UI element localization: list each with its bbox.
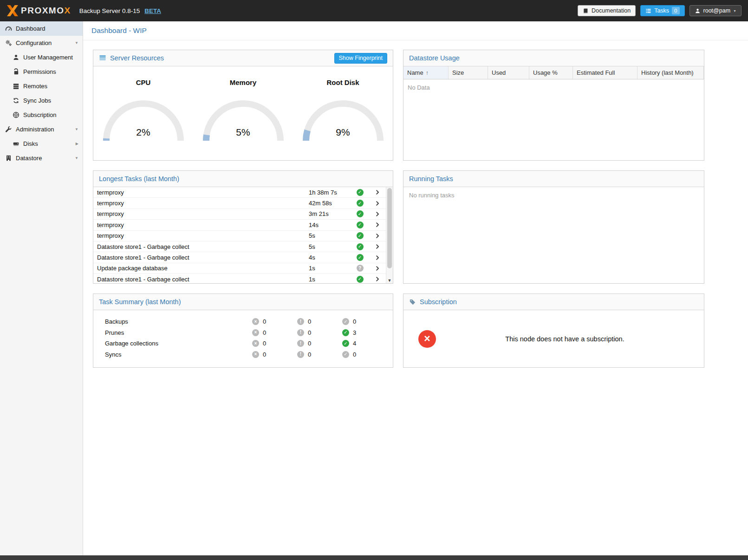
tasks-button[interactable]: Tasks 0 [640,5,684,16]
sidebar-item-subscription[interactable]: Subscription [0,108,83,122]
task-row[interactable]: termproxy14s✓ [93,220,386,230]
column-label: Size [452,69,464,76]
summary-error-cell[interactable]: ×0 [252,351,297,358]
summary-warning-cell[interactable]: !0 [297,318,342,325]
error-count: 0 [263,340,266,347]
ok-circle-icon: ✓ [342,329,349,336]
chevron-right-icon[interactable] [369,211,386,217]
chevron-right-icon[interactable] [369,276,386,282]
chevron-right-icon[interactable] [369,201,386,206]
scrollbar-thumb[interactable] [387,188,392,268]
task-row[interactable]: termproxy42m 58s✓ [93,198,386,208]
summary-warning-cell[interactable]: !0 [297,340,342,347]
documentation-button[interactable]: Documentation [578,5,636,16]
warning-count: 0 [308,351,311,358]
panel-title: Longest Tasks (last Month) [99,175,179,182]
summary-error-cell[interactable]: ×0 [252,318,297,325]
warning-count: 0 [308,340,311,347]
sidebar-item-remotes[interactable]: Remotes [0,79,83,93]
app-body: DashboardConfiguration▼User ManagementPe… [0,21,748,555]
task-row[interactable]: termproxy5s✓ [93,231,386,241]
chevron-right-icon[interactable] [369,222,386,228]
resource-gauges: CPU2%Memory5%Root Disk9% [93,66,393,160]
longest-tasks-list: termproxy1h 38m 7s✓termproxy42m 58s✓term… [93,187,393,283]
version-text: Backup Server 0.8-15 [79,7,140,14]
task-row[interactable]: Update package database1s? [93,263,386,274]
scrollbar[interactable]: ▼ [386,187,393,283]
disk-icon [13,140,20,147]
summary-ok-cell[interactable]: ✓3 [342,329,387,336]
sort-ascending-icon: ↑ [426,70,429,76]
user-menu-button[interactable]: root@pam ▼ [689,5,741,16]
longest-tasks-header: Longest Tasks (last Month) [93,171,393,187]
caret-down-icon[interactable]: ▼ [75,156,78,160]
summary-ok-cell[interactable]: ✓0 [342,318,387,325]
summary-label: Syncs [105,351,252,358]
datastore-table-body: No Data [403,79,704,160]
page-title: Dashboard - WIP [83,21,748,40]
summary-error-cell[interactable]: ×0 [252,340,297,347]
column-header-usage[interactable]: Usage % [529,66,573,79]
beta-link[interactable]: BETA [144,7,161,14]
show-fingerprint-button[interactable]: Show Fingerprint [334,53,388,64]
chevron-right-icon[interactable] [369,189,386,195]
summary-ok-cell[interactable]: ✓4 [342,340,387,347]
sidebar-item-dashboard[interactable]: Dashboard [0,21,83,36]
sidebar-item-user-management[interactable]: User Management [0,50,83,65]
chevron-right-icon[interactable] [369,233,386,239]
chevron-right-icon[interactable] [369,255,386,260]
logo-text-suffix: X [64,6,71,15]
task-row[interactable]: termproxy3m 21s✓ [93,209,386,220]
panel-title: Subscription [420,298,457,306]
warning-circle-icon: ! [297,318,304,325]
column-header-used[interactable]: Used [488,66,529,79]
error-circle-icon: × [252,351,259,358]
gauge-root-disk: Root Disk9% [300,78,386,144]
task-row[interactable]: Datastore store1 - Garbage collect5s✓ [93,241,386,252]
sidebar-item-configuration[interactable]: Configuration▼ [0,36,83,50]
ok-circle-icon: ✓ [342,351,349,358]
sidebar-item-permissions[interactable]: Permissions [0,65,83,79]
remotes-icon [13,83,20,90]
column-header-name[interactable]: Name↑ [403,66,449,79]
sidebar-item-datastore[interactable]: Datastore▼ [0,151,83,165]
task-row[interactable]: termproxy1h 38m 7s✓ [93,187,386,198]
task-row[interactable]: Datastore store1 - Garbage collect4s✓ [93,252,386,263]
sidebar-item-sync-jobs[interactable]: Sync Jobs [0,93,83,108]
summary-row: Garbage collections×0!0✓4 [105,338,387,349]
chevron-right-icon[interactable] [369,266,386,271]
summary-warning-cell[interactable]: !0 [297,329,342,336]
ok-count: 4 [353,340,356,347]
summary-ok-cell[interactable]: ✓0 [342,351,387,358]
caret-down-icon[interactable]: ▼ [75,128,78,131]
sidebar-item-administration[interactable]: Administration▼ [0,122,83,137]
caret-right-icon[interactable]: ▶ [76,142,78,146]
column-header-history-last-month[interactable]: History (last Month) [637,66,704,79]
task-name: Update package database [97,265,309,272]
unlock-icon [13,68,20,75]
server-resources-panel: Server Resources Show Fingerprint CPU2%M… [93,50,393,161]
task-name: Datastore store1 - Garbage collect [97,254,309,261]
task-row[interactable]: Datastore store1 - Garbage collect1s✓ [93,274,386,283]
task-name: termproxy [97,221,309,228]
user-label: root@pam [703,7,731,14]
warning-circle-icon: ! [297,340,304,347]
datastore-usage-header: Datastore Usage [403,50,704,66]
column-header-estimated-full[interactable]: Estimated Full [573,66,637,79]
sidebar-item-disks[interactable]: Disks▶ [0,137,83,151]
column-label: Usage % [533,69,558,76]
gauge-arc: 9% [300,97,386,144]
status-ok-icon: ✓ [357,189,364,196]
task-duration: 14s [309,221,351,228]
sidebar: DashboardConfiguration▼User ManagementPe… [0,21,83,555]
scroll-down-icon[interactable]: ▼ [386,278,393,283]
column-label: Estimated Full [577,69,615,76]
column-header-size[interactable]: Size [449,66,488,79]
summary-error-cell[interactable]: ×0 [252,329,297,336]
caret-down-icon[interactable]: ▼ [75,41,78,45]
summary-warning-cell[interactable]: !0 [297,351,342,358]
logo-text-prefix: PROXMO [21,6,64,15]
warning-count: 0 [308,318,311,325]
chevron-right-icon[interactable] [369,244,386,249]
column-label: Used [492,69,506,76]
